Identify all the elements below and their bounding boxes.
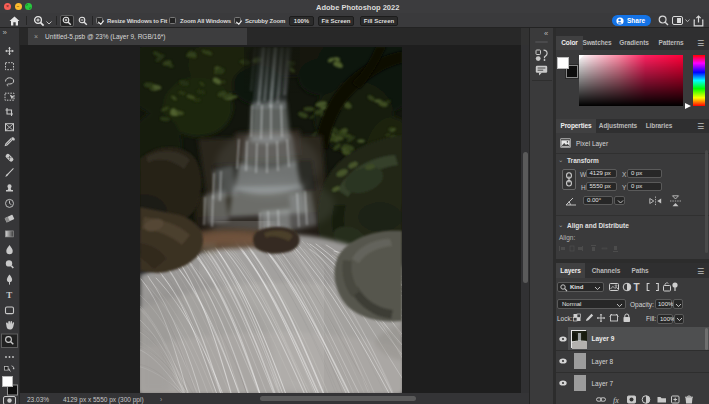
svg-text:fx: fx xyxy=(613,395,619,404)
svg-text:T: T xyxy=(6,290,12,300)
svg-text:T: T xyxy=(634,282,640,292)
svg-text:»: » xyxy=(3,28,8,37)
